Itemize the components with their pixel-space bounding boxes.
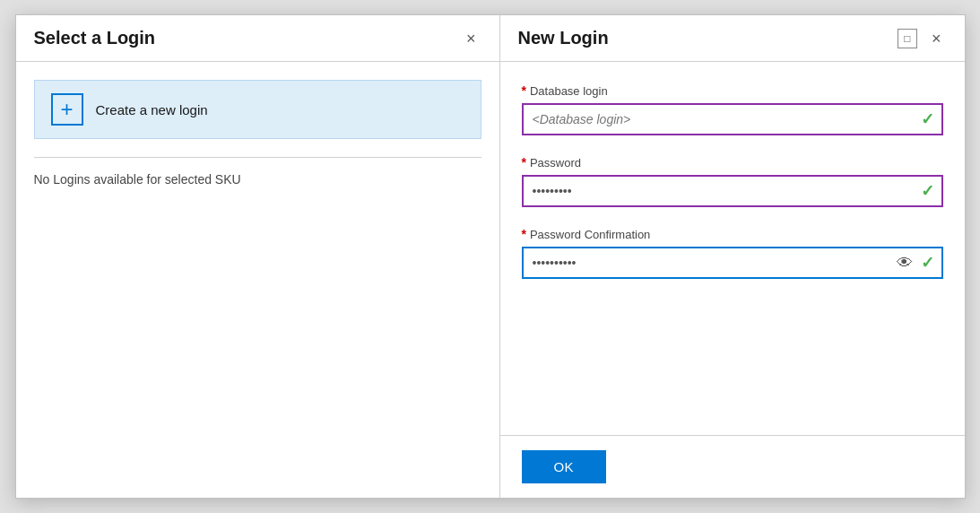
required-star-db: * (522, 83, 526, 98)
password-confirmation-label-text: Password Confirmation (530, 228, 650, 241)
required-star-pw: * (522, 155, 526, 170)
database-login-field-group: * Database login ✓ (522, 83, 943, 135)
right-panel-header: New Login □ × (500, 15, 965, 62)
left-panel-title: Select a Login (34, 28, 156, 48)
password-input[interactable] (522, 175, 943, 207)
database-login-label-text: Database login (530, 84, 608, 98)
left-panel-header: Select a Login × (16, 15, 499, 62)
right-panel-content: * Database login ✓ * Password ✓ (500, 62, 965, 435)
database-login-check-icon: ✓ (921, 109, 934, 129)
maximize-button[interactable]: □ (898, 29, 917, 48)
right-panel-close-button[interactable]: × (926, 29, 947, 48)
plus-icon: + (60, 99, 73, 120)
show-password-icon[interactable]: 👁 (897, 254, 913, 273)
divider (34, 157, 481, 158)
right-header-actions: □ × (898, 29, 947, 48)
password-confirmation-field-group: * Password Confirmation 👁 ✓ (522, 227, 943, 279)
password-confirmation-input[interactable] (522, 247, 943, 279)
database-login-input-wrapper: ✓ (522, 103, 943, 135)
password-label: * Password (522, 155, 943, 170)
password-label-text: Password (530, 156, 581, 170)
right-panel: New Login □ × * Database login ✓ (500, 15, 965, 498)
right-panel-footer: OK (500, 435, 965, 498)
ok-button[interactable]: OK (522, 450, 606, 483)
password-check-icon: ✓ (921, 181, 934, 201)
no-logins-text: No Logins available for selected SKU (34, 172, 481, 187)
create-new-login-button[interactable]: + Create a new login (34, 80, 481, 139)
left-panel-close-button[interactable]: × (461, 29, 481, 48)
create-login-label: Create a new login (96, 102, 208, 117)
password-confirmation-check-icon: ✓ (921, 253, 934, 273)
left-panel: Select a Login × + Create a new login No… (16, 15, 500, 498)
password-confirmation-input-wrapper: 👁 ✓ (522, 247, 943, 279)
password-confirmation-label: * Password Confirmation (522, 227, 943, 241)
password-input-wrapper: ✓ (522, 175, 943, 207)
required-star-pwc: * (522, 227, 526, 241)
right-panel-title: New Login (518, 28, 609, 48)
database-login-input[interactable] (522, 103, 943, 135)
plus-icon-box: + (51, 93, 83, 126)
password-field-group: * Password ✓ (522, 155, 943, 207)
dialogs-container: Select a Login × + Create a new login No… (15, 14, 966, 499)
database-login-label: * Database login (522, 83, 943, 98)
left-panel-content: + Create a new login No Logins available… (16, 62, 499, 498)
